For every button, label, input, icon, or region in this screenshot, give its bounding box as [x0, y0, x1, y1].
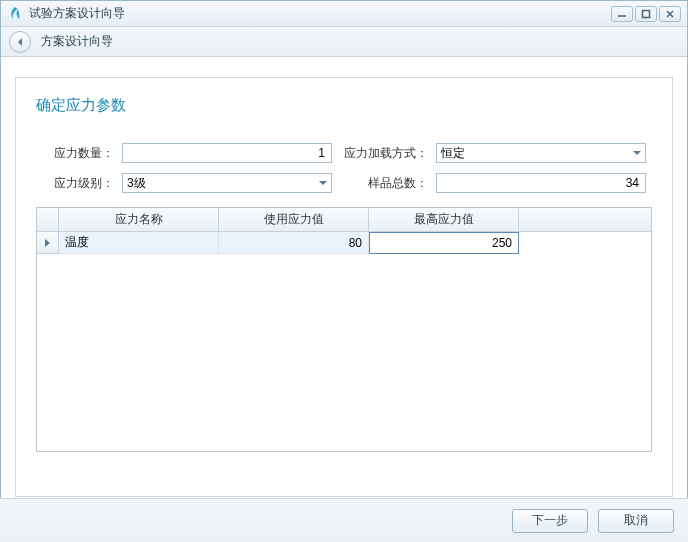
- maximize-button[interactable]: [635, 6, 657, 22]
- form-grid: 应力数量： 应力加载方式： 恒定 应力级别： 3级 样品总数：: [46, 143, 642, 193]
- load-mode-select[interactable]: 恒定: [436, 143, 646, 163]
- table-row[interactable]: 温度 80 250: [37, 232, 651, 254]
- stress-level-label: 应力级别：: [46, 175, 114, 192]
- stress-count-input[interactable]: [122, 143, 332, 163]
- close-button[interactable]: [659, 6, 681, 22]
- stress-level-select[interactable]: 3级: [122, 173, 332, 193]
- cell-max-value[interactable]: 250: [369, 232, 519, 254]
- footer-bar: 下一步 取消: [0, 498, 688, 542]
- chevron-down-icon: [633, 151, 641, 155]
- cell-use-value[interactable]: 80: [219, 232, 369, 254]
- row-indicator-cell: [37, 232, 59, 254]
- cancel-button[interactable]: 取消: [598, 509, 674, 533]
- stress-grid: 应力名称 使用应力值 最高应力值 温度 80 250: [36, 207, 652, 452]
- stress-level-value: 3级: [127, 175, 315, 192]
- title-bar: 试验方案设计向导: [1, 1, 687, 27]
- breadcrumb: 方案设计向导: [41, 33, 113, 50]
- sample-total-label: 样品总数：: [340, 175, 428, 192]
- grid-col-spacer: [519, 208, 651, 231]
- grid-col-max-value[interactable]: 最高应力值: [369, 208, 519, 231]
- next-button[interactable]: 下一步: [512, 509, 588, 533]
- minimize-button[interactable]: [611, 6, 633, 22]
- back-button[interactable]: [9, 31, 31, 53]
- svg-rect-1: [643, 10, 650, 17]
- app-icon: [7, 6, 23, 22]
- window-title: 试验方案设计向导: [29, 5, 125, 22]
- grid-header: 应力名称 使用应力值 最高应力值: [37, 208, 651, 232]
- window-controls: [611, 6, 681, 22]
- grid-empty-area: [37, 254, 651, 451]
- page-title: 确定应力参数: [36, 96, 652, 115]
- wizard-panel: 确定应力参数 应力数量： 应力加载方式： 恒定 应力级别： 3级 样品总数： 应…: [15, 77, 673, 497]
- chevron-down-icon: [319, 181, 327, 185]
- grid-col-name[interactable]: 应力名称: [59, 208, 219, 231]
- sample-total-input[interactable]: [436, 173, 646, 193]
- stress-count-label: 应力数量：: [46, 145, 114, 162]
- load-mode-label: 应力加载方式：: [340, 145, 428, 162]
- grid-corner: [37, 208, 59, 231]
- breadcrumb-bar: 方案设计向导: [1, 27, 687, 57]
- load-mode-value: 恒定: [441, 145, 629, 162]
- cell-stress-name[interactable]: 温度: [59, 232, 219, 254]
- grid-col-use-value[interactable]: 使用应力值: [219, 208, 369, 231]
- row-indicator-icon: [45, 239, 50, 247]
